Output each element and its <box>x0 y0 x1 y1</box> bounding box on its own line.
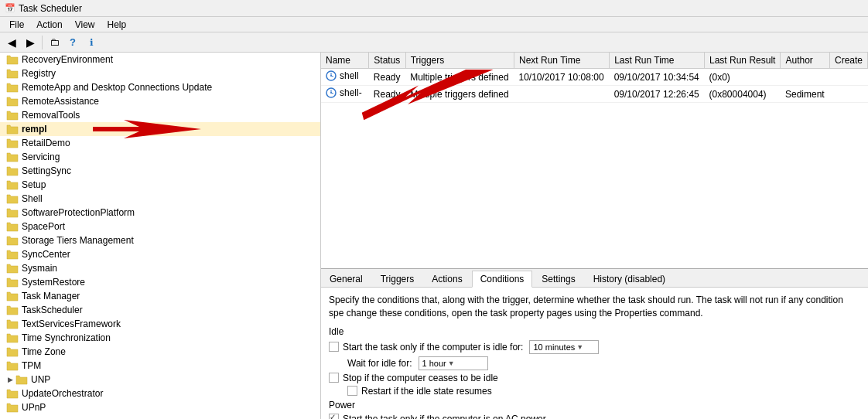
folder-icon <box>6 319 19 329</box>
sidebar-item[interactable]: TextServicesFramework <box>0 317 320 331</box>
sidebar-item-label: Shell <box>22 193 43 204</box>
sidebar-item-label: SyncCenter <box>22 249 70 260</box>
folder-icon <box>6 54 19 65</box>
sidebar-item-label: SoftwareProtectionPlatform <box>22 207 135 218</box>
restart-idle-checkbox[interactable] <box>347 386 357 396</box>
col-last-run[interactable]: Last Run Time <box>610 53 705 69</box>
folder-icon <box>6 124 19 135</box>
restart-idle-row: Restart if the idle state resumes <box>329 386 860 397</box>
sidebar-item-label: TaskScheduler <box>22 305 83 315</box>
sidebar-item[interactable]: Time Zone <box>0 345 320 359</box>
menu-view[interactable]: View <box>69 17 101 32</box>
sidebar-item[interactable]: Task Manager <box>0 289 320 303</box>
status-cell: Ready <box>369 69 405 86</box>
folder-icon <box>6 388 19 399</box>
sidebar-item-label: UPnP <box>22 402 46 413</box>
sidebar-item[interactable]: RemoteApp and Desktop Connections Update <box>0 80 320 94</box>
folder-icon <box>6 305 19 315</box>
col-next-run[interactable]: Next Run Time <box>514 53 610 69</box>
tab-actions[interactable]: Actions <box>423 271 470 287</box>
sidebar-item-label: Time Zone <box>22 346 66 357</box>
folder-button[interactable]: 🗀 <box>46 34 63 51</box>
sidebar-item[interactable]: RecoveryEnvironment <box>0 53 320 66</box>
col-name[interactable]: Name <box>321 53 369 69</box>
chevron-down-icon: ▼ <box>448 359 455 367</box>
sidebar-item[interactable]: RemoteAssistance <box>0 94 320 108</box>
folder-icon <box>6 277 19 288</box>
forward-button[interactable]: ▶ <box>22 34 39 51</box>
sidebar-item-label: Storage Tiers Management <box>22 235 134 246</box>
sidebar-item[interactable]: SpacePort <box>0 220 320 233</box>
folder-icon <box>6 110 19 121</box>
back-button[interactable]: ◀ <box>3 34 20 51</box>
col-status[interactable]: Status <box>369 53 405 69</box>
menu-file[interactable]: File <box>3 17 30 32</box>
sidebar-item[interactable]: TaskScheduler <box>0 303 320 317</box>
triggers-cell: Multiple triggers defined <box>405 69 514 86</box>
tab-settings[interactable]: Settings <box>533 271 583 287</box>
sidebar-item-label: RemoteAssistance <box>22 96 99 107</box>
wait-duration-dropdown[interactable]: 1 hour ▼ <box>419 356 488 370</box>
tab-history[interactable]: History (disabled) <box>585 271 674 287</box>
col-create[interactable]: Create <box>829 53 867 69</box>
author-cell <box>781 69 830 86</box>
sidebar-item-label: SpacePort <box>22 221 65 232</box>
sidebar-item-label: RetailDemo <box>22 138 70 148</box>
title-bar: 📅 Task Scheduler <box>0 0 868 17</box>
last-result-cell: (0x0) <box>705 69 781 86</box>
sidebar-item-unp[interactable]: ▶ UNP <box>0 373 320 387</box>
start-ac-checkbox[interactable] <box>329 414 339 419</box>
sidebar-item[interactable]: SoftwareProtectionPlatform <box>0 206 320 220</box>
tab-general[interactable]: General <box>321 271 371 287</box>
stop-idle-checkbox[interactable] <box>329 373 339 383</box>
start-task-idle-row: Start the task only if the computer is i… <box>329 340 860 354</box>
sidebar-item-label: RecoveryEnvironment <box>22 54 113 65</box>
expand-arrow-icon: ▶ <box>6 376 14 383</box>
sidebar-item[interactable]: Storage Tiers Management <box>0 233 320 247</box>
sidebar-item[interactable]: SettingSync <box>0 164 320 178</box>
help-button[interactable]: ? <box>64 34 81 51</box>
folder-icon <box>6 165 19 176</box>
folder-icon <box>6 138 19 148</box>
folder-icon <box>6 221 19 232</box>
folder-icon <box>6 263 19 274</box>
folder-icon <box>6 96 19 107</box>
next-run-cell <box>514 86 610 103</box>
sidebar-item[interactable]: SyncCenter <box>0 247 320 261</box>
sidebar-item[interactable]: UPnP <box>0 400 320 414</box>
folder-icon <box>6 332 19 343</box>
sidebar-item[interactable]: SystemRestore <box>0 275 320 289</box>
sidebar-item[interactable]: Registry <box>0 66 320 80</box>
folder-icon <box>6 68 19 79</box>
sidebar-item[interactable]: Setup <box>0 178 320 192</box>
sidebar-item[interactable]: UpdateOrchestrator <box>0 387 320 400</box>
task-name-cell: shell <box>326 70 359 81</box>
sidebar-item-time-sync[interactable]: Time Synchronization <box>0 331 320 345</box>
menu-help[interactable]: Help <box>101 17 133 32</box>
tab-conditions[interactable]: Conditions <box>472 271 533 288</box>
tab-triggers[interactable]: Triggers <box>372 271 423 287</box>
idle-duration-dropdown[interactable]: 10 minutes ▼ <box>529 340 599 354</box>
table-row[interactable]: shell Ready Multiple triggers defined 10… <box>321 69 868 86</box>
col-last-result[interactable]: Last Run Result <box>705 53 781 69</box>
info-button[interactable]: ℹ <box>83 34 100 51</box>
sidebar-item-shell[interactable]: Shell <box>0 192 320 206</box>
wait-idle-row: Wait for idle for: 1 hour ▼ <box>329 356 860 370</box>
power-section-label: Power <box>329 400 860 410</box>
conditions-description: Specify the conditions that, along with … <box>329 294 860 320</box>
create-cell <box>829 86 867 103</box>
sidebar-item-rempl[interactable]: rempl <box>0 122 320 136</box>
wait-idle-label: Wait for idle for: <box>347 358 412 369</box>
col-author[interactable]: Author <box>781 53 830 69</box>
folder-icon <box>6 207 19 218</box>
start-task-idle-checkbox[interactable] <box>329 342 339 352</box>
sidebar-item-servicing[interactable]: Servicing <box>0 150 320 164</box>
author-cell: Sediment <box>781 86 830 103</box>
sidebar-item-label: Time Synchronization <box>22 332 111 343</box>
table-row[interactable]: shell- Ready Multiple triggers defined 0… <box>321 86 868 103</box>
sidebar-item-label: SettingSync <box>22 165 71 176</box>
sidebar-item[interactable]: TPM <box>0 359 320 373</box>
col-triggers[interactable]: Triggers <box>405 53 514 69</box>
sidebar-item[interactable]: Sysmain <box>0 261 320 275</box>
menu-action[interactable]: Action <box>30 17 68 32</box>
